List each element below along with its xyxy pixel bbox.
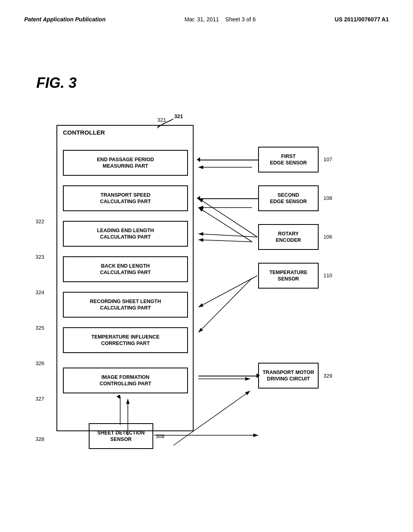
ref-327: 327 [35, 396, 44, 402]
ref-324: 324 [35, 289, 44, 295]
controller-label: CONTROLLER [63, 129, 105, 136]
ref-325: 325 [35, 325, 44, 331]
patent-number: US 2011/0076077 A1 [335, 16, 389, 23]
arrowhead-107 [197, 157, 200, 162]
arrow-107 [198, 160, 258, 160]
sheet-detection-sensor-box: SHEET DETECTIONSENSOR [89, 423, 153, 449]
second-edge-sensor-box: SECONDEDGE SENSOR [258, 185, 319, 211]
rotary-arrows [198, 177, 262, 242]
transport-speed-box: TRANSPORT SPEEDCALCULATING PART [63, 185, 188, 211]
controller-box: CONTROLLER END PASSAGE PERIODMEASURING P… [56, 125, 194, 431]
svg-line-7 [198, 240, 252, 242]
temperature-sensor-box: TEMPERATURESENSOR [258, 263, 319, 289]
svg-line-8 [198, 278, 252, 332]
svg-line-13 [198, 234, 257, 237]
ref-326: 326 [35, 360, 44, 366]
arrow-108 [198, 198, 258, 199]
temp-arrow [198, 262, 262, 318]
header-date: Mar. 31, 2011 [184, 16, 219, 23]
first-edge-sensor-box: FIRSTEDGE SENSOR [258, 147, 319, 172]
ref-106: 106 [323, 234, 332, 240]
arrowhead-329 [257, 373, 260, 378]
ref-110: 110 [323, 272, 332, 278]
ref-328: 328 [35, 436, 44, 442]
temperature-influence-box: TEMPERATURE INFLUENCECORRECTING PART [63, 327, 188, 353]
back-end-length-box: BACK END LENGTHCALCULATING PART [63, 256, 188, 282]
ref-323: 323 [35, 254, 44, 260]
diagram-area: 321 CONTROLLER END PASSAGE PERIODMEASURI… [24, 105, 387, 500]
arrow-329 [198, 376, 258, 376]
svg-line-16 [198, 276, 257, 307]
arrowhead-108 [197, 196, 200, 201]
ref-329: 329 [323, 373, 332, 379]
publication-label: Patent Application Publication [24, 16, 106, 23]
rotary-encoder-box: ROTARYENCODER [258, 224, 319, 250]
ref-108: 108 [323, 195, 332, 201]
ref-107: 107 [323, 156, 332, 162]
recording-sheet-length-box: RECORDING SHEET LENGTHCALCULATING PART [63, 292, 188, 318]
figure-title: FIG. 3 [36, 75, 77, 91]
header-center: Mar. 31, 2011 Sheet 3 of 6 [184, 16, 256, 23]
ref-308: 308 [156, 433, 165, 439]
transport-motor-box: TRANSPORT MOTORDRIVING CIRCUIT [258, 363, 319, 389]
svg-line-6 [198, 208, 252, 242]
ref-321: 321 [157, 117, 166, 123]
page-header: Patent Application Publication Mar. 31, … [0, 0, 413, 27]
end-passage-period-box: END PASSAGE PERIODMEASURING PART [63, 150, 188, 176]
leading-end-length-box: LEADING END LENGTHCALCULATING PART [63, 221, 188, 247]
header-sheet: Sheet 3 of 6 [225, 16, 256, 23]
ref-322: 322 [35, 218, 44, 224]
svg-text:321: 321 [174, 113, 183, 119]
image-formation-box: IMAGE FORMATIONCONTROLLING PART [63, 368, 188, 393]
svg-line-12 [198, 198, 257, 237]
